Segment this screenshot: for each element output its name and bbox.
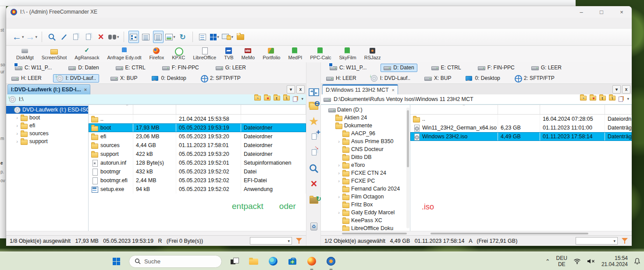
close-pane-button[interactable]: x (296, 85, 305, 94)
tree-item[interactable]: › LibreOfffice Doku (321, 224, 410, 231)
find-files-button[interactable]: ▾ (108, 31, 119, 43)
shortcut-button[interactable]: Anfrage Edy.odt (103, 47, 145, 60)
table-row[interactable]: bootmgr.efi 2,44 MB 05.05.2023 19:52:02 … (89, 176, 306, 185)
notifications-bell-icon[interactable] (634, 258, 640, 265)
drive-tab[interactable]: F: FIN-PPC (475, 64, 517, 72)
tree-item[interactable]: › Daten (D:) (321, 106, 410, 114)
shortcut-button[interactable]: KPXC (168, 47, 189, 60)
title-bar[interactable]: I:\ - (Admin) FreeCommander XE – □ × (6, 6, 632, 18)
copy-button[interactable]: + (71, 31, 82, 43)
shortcut-button[interactable]: MeMo (238, 47, 259, 60)
menu-item[interactable] (37, 22, 46, 24)
tree-item[interactable]: › FCXE PC (321, 177, 410, 185)
path-dropdown-icon[interactable]: ▾ (627, 97, 629, 101)
table-row[interactable]: boot 17,93 MB 05.05.2023 19:53:19 Dateio… (89, 123, 306, 132)
store-button[interactable] (286, 255, 299, 268)
chevron-right-icon[interactable]: › (337, 170, 341, 176)
drive-tab[interactable]: D: Daten (66, 64, 101, 72)
drive-tab[interactable]: H: LEER (9, 75, 44, 82)
close-tab-icon[interactable]: × (392, 87, 395, 93)
menu-item[interactable] (46, 22, 54, 24)
drive-tab[interactable]: G: LEER (213, 64, 249, 72)
tree-view-button[interactable] (128, 31, 139, 43)
shortcut-button[interactable]: AgRansack (71, 47, 103, 60)
layout-button[interactable]: ▾ (210, 31, 220, 43)
folder-root-button[interactable]: \ (609, 96, 616, 102)
column-header[interactable] (410, 105, 498, 114)
shortcut-button[interactable]: RSJazz (360, 47, 385, 60)
drive-tab[interactable]: D: Daten (381, 64, 417, 72)
minimize-button[interactable]: – (571, 6, 591, 18)
menu-item[interactable] (19, 22, 28, 24)
drive-tab[interactable]: X: BUP (108, 75, 140, 82)
shortcut-button[interactable]: DiskMgt (12, 47, 38, 60)
search-files-button[interactable] (308, 162, 320, 175)
tray-expand-icon[interactable]: ⌃ (545, 258, 550, 265)
tree-item[interactable]: › Asus Prime B350 (321, 137, 410, 145)
folder-tab[interactable]: D:Windows 11 23H2 MCT × (322, 84, 398, 94)
swap-panels-button[interactable]: ↻ (178, 31, 188, 43)
chevron-right-icon[interactable]: › (15, 139, 19, 144)
menu-item[interactable] (54, 22, 63, 24)
close-button[interactable]: × (612, 6, 632, 18)
drive-tab[interactable]: C: W11_P... (327, 64, 369, 72)
shortcut-button[interactable]: MedPI (284, 47, 306, 60)
drive-tab[interactable]: G: LEER (529, 64, 564, 72)
tree-item[interactable]: › boot (6, 114, 88, 122)
firefox-button[interactable] (305, 255, 318, 268)
paste-button[interactable]: x (83, 31, 94, 43)
back-button[interactable]: ←▾ (12, 31, 24, 43)
tree-item[interactable]: › AACP_96 (321, 130, 410, 137)
chevron-right-icon[interactable]: › (337, 139, 341, 144)
left-horizontal-scrollbar[interactable] (6, 231, 306, 235)
tree-item[interactable]: › KeePass XC (321, 216, 410, 224)
delete-button[interactable]: × (308, 177, 320, 190)
tab-list-dropdown[interactable]: ▾ (612, 85, 621, 94)
copy-files-button[interactable]: + (308, 130, 320, 143)
taskbar-search[interactable]: Suche (129, 255, 222, 268)
task-view-button[interactable] (228, 255, 241, 268)
column-header[interactable] (498, 105, 540, 114)
folder-tab[interactable]: I:DVD-Laufwerk (I:) ESD-I... × (7, 84, 90, 94)
table-row[interactable]: support 422 kB 05.05.2023 19:53:20 Datei… (89, 150, 306, 158)
menu-item[interactable] (11, 22, 19, 24)
favorite-folders-button[interactable]: ♥ (264, 96, 271, 102)
chevron-right-icon[interactable]: › (337, 194, 341, 199)
chevron-right-icon[interactable]: › (15, 131, 19, 136)
tree-item[interactable]: › Gaty Eddy Marcel (321, 209, 410, 216)
right-horizontal-scrollbar[interactable] (321, 231, 632, 235)
details-view-button[interactable] (153, 31, 164, 43)
tree-item[interactable]: › sources (6, 130, 88, 137)
drive-tab[interactable]: H: LEER (324, 75, 359, 82)
volume-muted-icon[interactable] (587, 258, 595, 264)
forward-button[interactable]: →▾ (26, 31, 38, 43)
tree-item[interactable]: › Fernand Carlo 2024 (321, 185, 410, 193)
drive-tab[interactable]: 0: Desktop (149, 75, 189, 82)
chevron-right-icon[interactable]: › (337, 210, 341, 215)
shortcut-button[interactable]: TVB (220, 47, 237, 60)
left-path-bar[interactable]: I:\ ◔ ♥ t \ ▾ (6, 94, 306, 104)
tree-item[interactable]: › Fritz Box (321, 201, 410, 209)
recent-folders-button[interactable]: ◔ (580, 96, 587, 102)
menu-item[interactable] (63, 22, 72, 24)
search-button[interactable] (46, 31, 57, 43)
close-tab-icon[interactable]: × (84, 87, 87, 92)
thumbnail-view-button[interactable]: ▾ (165, 31, 176, 43)
shortcut-button[interactable]: PPC-Calc (306, 47, 335, 60)
drive-tab[interactable]: I: DVD-Lauf.. (368, 75, 413, 82)
shortcut-button[interactable]: Firefox (146, 47, 168, 60)
drive-tab[interactable]: F: FIN-PPC (160, 64, 202, 72)
recycle-bin-button[interactable]: ♻ (308, 220, 320, 233)
drive-tab[interactable]: I: DVD-Lauf.. (53, 74, 99, 83)
close-pane-button[interactable]: x (622, 85, 630, 94)
language-indicator[interactable]: DEUDE (556, 255, 567, 267)
scrollbar-thumb[interactable] (431, 233, 588, 234)
table-row[interactable]: autorun.inf 128 Byte(s) 05.05.2023 19:52… (89, 158, 306, 167)
shortcut-button[interactable]: SkyFilm (335, 47, 360, 60)
column-header[interactable] (540, 105, 605, 114)
file-explorer-button[interactable] (247, 255, 260, 268)
table-row[interactable]: sources 4,44 GB 01.11.2023 17:58:01 Date… (89, 141, 306, 150)
swap-panes-button[interactable] (308, 86, 320, 98)
table-row[interactable]: .. 21.04.2024 15:53:58 (89, 115, 306, 123)
tree-vertical-scrollbar[interactable] (406, 108, 409, 228)
